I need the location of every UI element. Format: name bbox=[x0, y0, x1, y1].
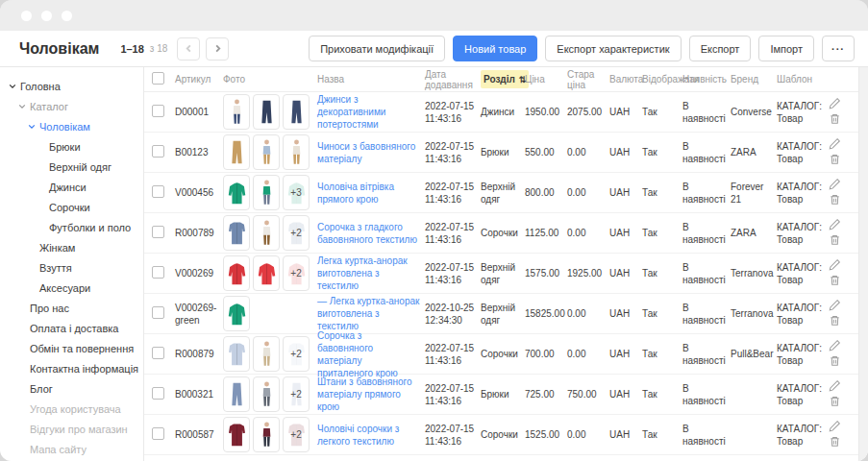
product-photo-thumbnail[interactable] bbox=[223, 215, 250, 251]
product-photo-thumbnail[interactable] bbox=[253, 417, 280, 452]
column-header-price[interactable]: Ціна bbox=[525, 74, 567, 85]
scrollbar-track[interactable] bbox=[858, 67, 868, 461]
column-header-old_price[interactable]: Стара ціна bbox=[567, 69, 609, 90]
edit-button[interactable] bbox=[829, 379, 841, 395]
product-photo-thumbnail[interactable] bbox=[283, 94, 310, 130]
import-button[interactable]: Імпорт bbox=[758, 36, 814, 61]
delete-button[interactable] bbox=[829, 112, 841, 128]
edit-button[interactable] bbox=[829, 97, 841, 112]
delete-button[interactable] bbox=[829, 153, 841, 168]
sidebar-item[interactable]: Мапа сайту bbox=[0, 439, 143, 459]
sidebar-item[interactable]: Головна bbox=[0, 76, 143, 96]
product-name-link[interactable]: Джинси з декоративними потертостями bbox=[317, 93, 420, 131]
more-button[interactable]: ··· bbox=[822, 36, 855, 61]
next-page-button[interactable] bbox=[206, 37, 229, 61]
product-photo-thumbnail[interactable] bbox=[253, 175, 280, 210]
delete-button[interactable] bbox=[829, 314, 841, 329]
window-maximize-button[interactable] bbox=[62, 11, 72, 21]
product-name-link[interactable]: Легка куртка-анорак виготовлена з тексти… bbox=[317, 255, 420, 292]
product-photo-thumbnail[interactable] bbox=[253, 255, 280, 291]
sorted-column-highlight[interactable]: Розділ⇅ bbox=[481, 70, 529, 88]
product-photo-thumbnail[interactable] bbox=[253, 134, 280, 170]
sidebar-item[interactable]: Сорочки bbox=[0, 197, 143, 217]
hide-modifications-button[interactable]: Приховати модифікації bbox=[309, 36, 445, 61]
product-name-link[interactable]: Чиноси з бавовняного матеріалу bbox=[317, 140, 420, 165]
prev-page-button[interactable] bbox=[177, 37, 200, 61]
product-name-link[interactable]: Чоловіча вітрівка прямого крою bbox=[317, 181, 420, 206]
product-photo-thumbnail[interactable] bbox=[283, 134, 310, 170]
product-name-link[interactable]: — Легка куртка-анорак виготовлена з текс… bbox=[317, 295, 420, 332]
sidebar-item[interactable]: Верхній одяг bbox=[0, 157, 143, 177]
column-header-display[interactable]: Відображати bbox=[642, 74, 682, 85]
more-photos-thumbnail[interactable]: +2 bbox=[283, 376, 310, 412]
edit-button[interactable] bbox=[829, 339, 841, 354]
more-photos-thumbnail[interactable]: +2 bbox=[283, 336, 310, 372]
product-photo-thumbnail[interactable] bbox=[253, 94, 280, 130]
row-checkbox[interactable] bbox=[152, 266, 164, 279]
delete-button[interactable] bbox=[829, 435, 841, 450]
sidebar-item[interactable]: Відгуки про магазин bbox=[0, 419, 143, 439]
product-name-link[interactable]: Чоловічі сорочки з легкого текстилю bbox=[317, 423, 420, 448]
column-header-template[interactable]: Шаблон bbox=[777, 74, 829, 85]
delete-button[interactable] bbox=[829, 233, 841, 249]
sidebar-item[interactable]: Взуття bbox=[0, 257, 143, 278]
column-header-currency[interactable]: Валюта bbox=[609, 74, 642, 85]
export-characteristics-button[interactable]: Експорт характеристик bbox=[545, 36, 681, 61]
product-name-link[interactable]: Сорочка з бавовняного матеріалу притален… bbox=[317, 329, 420, 379]
product-photo-thumbnail[interactable] bbox=[223, 336, 250, 372]
sidebar-item[interactable]: Блог bbox=[0, 378, 143, 399]
product-name-link[interactable]: Штани з бавовняного матеріалу прямого кр… bbox=[317, 376, 420, 413]
product-photo-thumbnail[interactable] bbox=[253, 336, 280, 372]
sidebar-item[interactable]: Угода користувача bbox=[0, 399, 143, 419]
delete-button[interactable] bbox=[829, 354, 841, 370]
product-photo-thumbnail[interactable] bbox=[223, 296, 250, 331]
more-photos-thumbnail[interactable]: +2 bbox=[283, 417, 310, 452]
column-header-availability[interactable]: Наявність bbox=[682, 74, 731, 85]
row-checkbox[interactable] bbox=[152, 185, 164, 198]
product-photo-thumbnail[interactable] bbox=[223, 134, 250, 170]
new-product-button[interactable]: Новий товар bbox=[453, 36, 537, 61]
product-photo-thumbnail[interactable] bbox=[223, 417, 250, 452]
sidebar-item[interactable]: Оплата і доставка bbox=[0, 318, 143, 338]
edit-button[interactable] bbox=[829, 420, 841, 435]
sidebar-item[interactable]: Про нас bbox=[0, 298, 143, 318]
column-header-section[interactable]: Розділ⇅ bbox=[481, 70, 525, 88]
product-photo-thumbnail[interactable] bbox=[223, 175, 250, 210]
window-minimize-button[interactable] bbox=[41, 11, 52, 21]
row-checkbox[interactable] bbox=[152, 387, 164, 400]
column-header-name[interactable]: Назва bbox=[317, 74, 425, 85]
row-checkbox[interactable] bbox=[152, 347, 164, 359]
edit-button[interactable] bbox=[829, 137, 841, 153]
sidebar-item[interactable]: Каталог bbox=[0, 96, 143, 116]
export-button[interactable]: Експорт bbox=[689, 36, 752, 61]
column-header-brand[interactable]: Бренд bbox=[731, 74, 777, 85]
sidebar-item[interactable]: Чоловікам bbox=[0, 116, 143, 136]
product-photo-thumbnail[interactable] bbox=[223, 94, 250, 130]
sidebar-item[interactable]: Джинси bbox=[0, 177, 143, 197]
edit-button[interactable] bbox=[829, 258, 841, 274]
more-photos-thumbnail[interactable]: +2 bbox=[283, 215, 310, 251]
product-photo-thumbnail[interactable] bbox=[253, 215, 280, 251]
sidebar-item[interactable]: Контактна інформація bbox=[0, 358, 143, 378]
product-photo-thumbnail[interactable] bbox=[223, 376, 250, 412]
edit-button[interactable] bbox=[829, 299, 841, 314]
sidebar-item[interactable]: Футболки и поло bbox=[0, 217, 143, 237]
sidebar-item[interactable]: Брюки bbox=[0, 136, 143, 157]
product-photo-thumbnail[interactable] bbox=[253, 376, 280, 412]
row-checkbox[interactable] bbox=[152, 226, 164, 238]
more-photos-thumbnail[interactable]: +3 bbox=[283, 175, 310, 210]
sidebar-item[interactable]: Аксесуари bbox=[0, 278, 143, 298]
delete-button[interactable] bbox=[829, 395, 841, 410]
row-checkbox[interactable] bbox=[152, 306, 164, 319]
select-all-checkbox[interactable] bbox=[152, 72, 164, 85]
edit-button[interactable] bbox=[829, 218, 841, 233]
window-close-button[interactable] bbox=[21, 11, 32, 21]
edit-button[interactable] bbox=[829, 178, 841, 193]
delete-button[interactable] bbox=[829, 274, 841, 289]
sidebar-item[interactable]: Жінкам bbox=[0, 237, 143, 257]
row-checkbox[interactable] bbox=[152, 427, 164, 440]
delete-button[interactable] bbox=[829, 193, 841, 208]
row-checkbox[interactable] bbox=[152, 145, 164, 158]
product-photo-thumbnail[interactable] bbox=[223, 255, 250, 291]
sidebar-item[interactable]: Обмін та повернення bbox=[0, 338, 143, 358]
